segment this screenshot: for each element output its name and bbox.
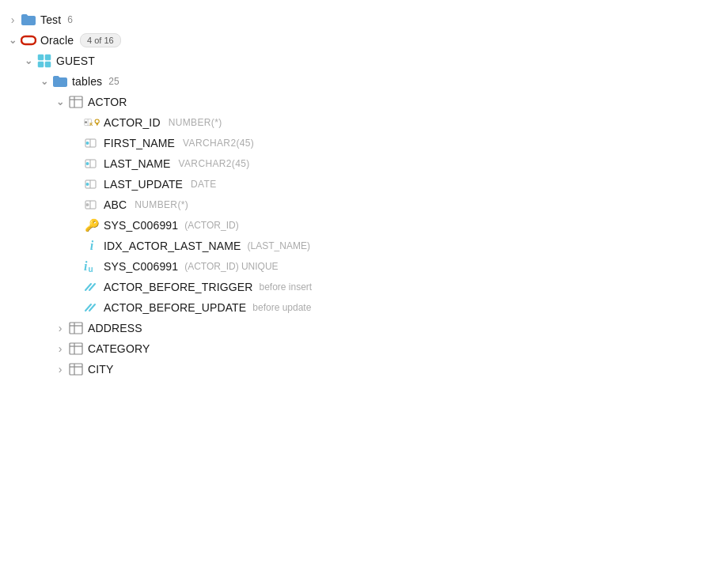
tree-item-sys_c006991_unique[interactable]: i u SYS_C006991(ACTOR_ID) UNIQUE <box>0 256 728 277</box>
item-label: Test <box>40 13 61 26</box>
table-icon <box>68 361 84 377</box>
schema-icon <box>36 53 52 69</box>
svg-rect-31 <box>70 323 82 334</box>
column-icon <box>84 135 100 151</box>
svg-rect-2 <box>45 55 51 60</box>
item-label: ACTOR_BEFORE_TRIGGER <box>104 281 252 293</box>
item-label: Oracle <box>40 34 74 47</box>
item-label: LAST_UPDATE <box>104 178 183 191</box>
item-label: ACTOR_ID <box>104 116 161 129</box>
svg-point-23 <box>86 183 89 186</box>
tree-item-actor_id[interactable]: K ACTOR_IDNUMBER(*) <box>0 112 728 133</box>
folder-icon <box>21 12 36 28</box>
pk-index-icon: 🔑 <box>84 217 100 233</box>
tree-item-last_name[interactable]: LAST_NAMEVARCHAR2(45) <box>0 153 728 174</box>
svg-rect-34 <box>70 343 82 354</box>
svg-rect-0 <box>21 36 36 44</box>
item-label: FIRST_NAME <box>104 137 175 149</box>
item-label: tables <box>72 75 102 88</box>
tree-item-test[interactable]: Test6 <box>0 9 728 30</box>
svg-rect-4 <box>45 62 51 67</box>
column-gray-icon <box>84 197 100 213</box>
tree-item-category[interactable]: CATEGORY <box>0 338 728 359</box>
svg-point-20 <box>86 162 89 165</box>
item-badge: DATE <box>191 179 217 190</box>
svg-rect-1 <box>38 55 44 60</box>
item-badge: NUMBER(*) <box>135 199 188 210</box>
tree-item-sys_c006991_pk[interactable]: 🔑SYS_C006991(ACTOR_ID) <box>0 215 728 236</box>
table-icon <box>68 94 84 110</box>
chevron-down-icon <box>38 75 51 88</box>
item-label: SYS_C006991 <box>104 260 178 273</box>
pk-column-icon: K <box>84 115 100 130</box>
unique-index-icon: i u <box>84 259 100 274</box>
item-label: GUEST <box>56 55 95 67</box>
tree-item-tables[interactable]: tables25 <box>0 71 728 92</box>
item-label: CITY <box>88 363 113 376</box>
tree-item-city[interactable]: CITY <box>0 359 728 380</box>
item-label: CATEGORY <box>88 342 150 355</box>
item-badge: before insert <box>259 281 312 293</box>
svg-point-26 <box>86 203 89 206</box>
item-badge: (ACTOR_ID) UNIQUE <box>184 261 278 272</box>
tree-item-guest[interactable]: GUEST <box>0 51 728 71</box>
tree-item-first_name[interactable]: FIRST_NAMEVARCHAR2(45) <box>0 133 728 153</box>
item-badge: 25 <box>108 76 119 87</box>
chevron-down-icon <box>22 55 35 67</box>
table-icon <box>68 341 84 357</box>
item-badge: before update <box>252 302 311 313</box>
item-badge: (ACTOR_ID) <box>184 220 238 231</box>
table-icon <box>68 320 84 336</box>
chevron-right-icon <box>54 342 66 355</box>
svg-rect-37 <box>70 364 82 375</box>
item-label: IDX_ACTOR_LAST_NAME <box>104 240 241 252</box>
item-label: LAST_NAME <box>104 157 171 170</box>
item-badge: NUMBER(*) <box>169 117 222 128</box>
column-icon <box>84 156 100 172</box>
tree-item-actor_before_trigger[interactable]: ACTOR_BEFORE_TRIGGERbefore insert <box>0 277 728 297</box>
svg-rect-3 <box>38 62 44 67</box>
item-label: SYS_C006991 <box>104 219 178 232</box>
item-badge: 6 <box>67 14 73 25</box>
item-label: ACTOR_BEFORE_UPDATE <box>104 301 246 314</box>
item-badge: VARCHAR2(45) <box>179 158 250 169</box>
item-label: ABC <box>104 198 127 211</box>
svg-rect-14 <box>97 123 98 124</box>
folder-icon <box>52 74 68 89</box>
item-badge: VARCHAR2(45) <box>183 138 254 149</box>
trigger-icon <box>84 300 100 315</box>
tree-item-address[interactable]: ADDRESS <box>0 318 728 338</box>
tree-item-actor_before_update[interactable]: ACTOR_BEFORE_UPDATEbefore update <box>0 297 728 318</box>
tree-item-abc[interactable]: ABCNUMBER(*) <box>0 194 728 215</box>
item-badge: (LAST_NAME) <box>248 240 310 251</box>
svg-point-17 <box>86 142 89 145</box>
svg-point-10 <box>85 121 87 123</box>
chevron-right-icon <box>54 322 66 334</box>
tree-item-oracle[interactable]: Oracle4 of 16 <box>0 30 728 51</box>
oracle-icon <box>21 32 36 48</box>
svg-rect-5 <box>70 96 82 108</box>
chevron-right-icon <box>6 13 19 26</box>
item-label: ADDRESS <box>88 322 142 334</box>
tree-item-idx_actor_last_name[interactable]: iIDX_ACTOR_LAST_NAME(LAST_NAME) <box>0 236 728 256</box>
tree-item-last_update[interactable]: LAST_UPDATEDATE <box>0 174 728 194</box>
chevron-right-icon <box>54 363 66 376</box>
tree-item-actor[interactable]: ACTOR <box>0 92 728 112</box>
index-icon: i <box>84 238 100 254</box>
chevron-down-icon <box>6 34 19 47</box>
database-tree: Test6 Oracle4 of 16 GUEST tables25 ACTOR… <box>0 9 728 380</box>
svg-text:K: K <box>89 122 93 127</box>
trigger-icon <box>84 279 100 295</box>
item-label: ACTOR <box>88 96 127 108</box>
chevron-down-icon <box>54 96 66 108</box>
column-icon <box>84 176 100 192</box>
item-badge: 4 of 16 <box>80 33 121 47</box>
